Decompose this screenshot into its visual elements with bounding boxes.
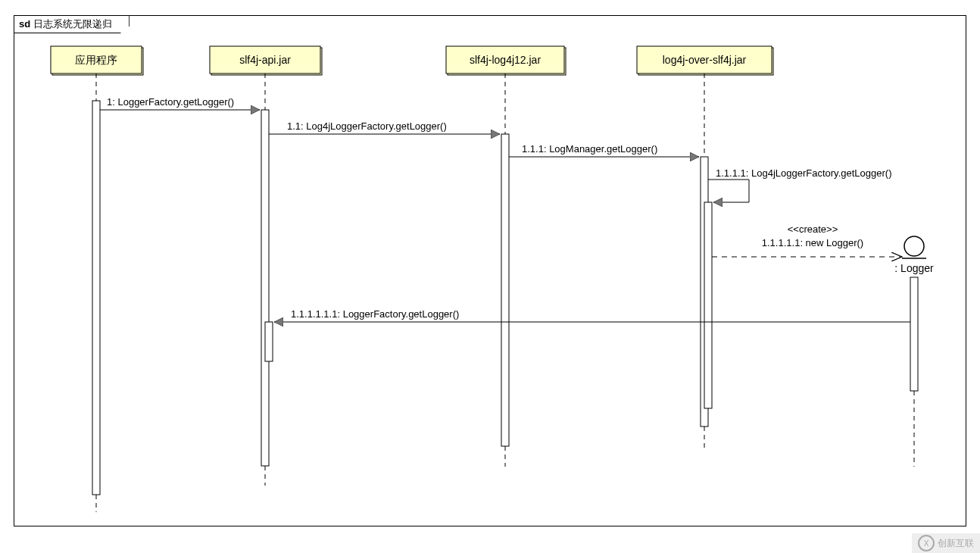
lifeline-app-label: 应用程序 [75,54,117,66]
activation-slf4j-api-nested [265,322,273,361]
message-1-1-label: 1.1: Log4jLoggerFactory.getLogger() [287,120,447,132]
activation-slf4j-log4j12 [501,134,509,446]
watermark-text: 创新互联 [938,537,974,550]
message-1-1-1-label: 1.1.1: LogManager.getLogger() [522,143,657,155]
sequence-frame: sd 日志系统无限递归 应用程序 [14,15,966,526]
message-1-1-1-1 [708,180,749,202]
lifeline-log4j-over-slf4j: log4j-over-slf4j.jar [637,46,773,157]
message-1-1-1-1-1-1-label: 1.1.1.1.1.1: LoggerFactory.getLogger() [291,308,459,320]
lifeline-slf4j-api-label: slf4j-api.jar [239,54,291,66]
message-1-label: 1: LoggerFactory.getLogger() [107,96,234,108]
message-1-1-1-1-label: 1.1.1.1: Log4jLoggerFactory.getLogger() [716,167,891,179]
svg-rect-3 [92,101,100,495]
svg-point-14 [904,236,924,256]
diagram-canvas: sd 日志系统无限递归 应用程序 [0,0,980,553]
activation-logger [910,277,918,391]
activation-log4j-over-slf4j-inner [704,202,712,408]
message-1-1-1-1-1-label: 1.1.1.1.1: new Logger() [762,237,863,248]
activation-slf4j-api [261,110,269,466]
lifeline-app: 应用程序 [51,46,143,512]
stereotype-create: <<create>> [788,223,838,235]
lifeline-slf4j-log4j12-label: slf4j-log4j12.jar [470,54,541,66]
lifeline-logger-label: : Logger [894,262,934,274]
watermark: X 创新互联 [912,533,980,553]
lifeline-slf4j-log4j12: slf4j-log4j12.jar [446,46,566,134]
sequence-svg: 应用程序 slf4j-api.jar slf4j-log4j12.jar [14,16,967,527]
watermark-logo-icon: X [918,535,935,551]
lifeline-logger: : Logger [894,236,934,274]
lifeline-log4j-over-slf4j-label: log4j-over-slf4j.jar [663,54,747,66]
